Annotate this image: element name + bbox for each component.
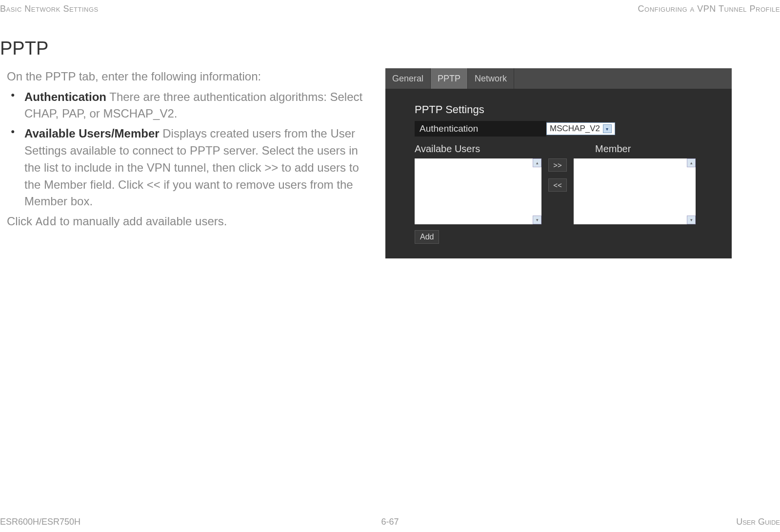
auth-row: Authentication MSCHAP_V2 ▾ [415, 121, 717, 137]
tab-network[interactable]: Network [468, 68, 514, 89]
footer-guide-label: User Guide [736, 517, 780, 527]
scroll-up-icon[interactable]: ▴ [687, 158, 696, 167]
closing-pre: Click [7, 215, 36, 228]
scroll-up-icon[interactable]: ▴ [533, 158, 541, 167]
scroll-down-icon[interactable]: ▾ [687, 216, 696, 224]
scroll-down-icon[interactable]: ▾ [533, 216, 541, 224]
available-users-listbox[interactable]: ▴ ▾ [415, 158, 541, 224]
closing-post: to manually add available users. [57, 215, 227, 228]
settings-body: PPTP Settings Authentication MSCHAP_V2 ▾… [385, 89, 732, 249]
content-wrapper: On the PPTP tab, enter the following inf… [0, 68, 780, 258]
footer-page-number: 6-67 [381, 517, 399, 527]
add-button[interactable]: Add [415, 230, 439, 244]
list-item: Authentication There are three authentic… [24, 89, 371, 123]
move-left-button[interactable]: << [548, 178, 567, 192]
term-available-users: Available Users/Member [24, 127, 160, 140]
intro-text: On the PPTP tab, enter the following inf… [7, 68, 371, 85]
screenshot-panel: General PPTP Network PPTP Settings Authe… [385, 68, 732, 258]
available-users-label: Availabe Users [415, 143, 566, 155]
text-column: On the PPTP tab, enter the following inf… [0, 68, 380, 258]
move-right-button[interactable]: >> [548, 158, 567, 172]
tab-pptp[interactable]: PPTP [431, 68, 468, 89]
closing-code: Add [36, 216, 57, 229]
auth-select[interactable]: MSCHAP_V2 ▾ [546, 122, 615, 135]
member-label: Member [595, 143, 631, 155]
chevron-down-icon: ▾ [603, 124, 612, 133]
header-breadcrumb-right: Configuring a VPN Tunnel Profile [638, 4, 780, 14]
transfer-buttons: >> << [541, 158, 574, 192]
member-listbox[interactable]: ▴ ▾ [574, 158, 696, 224]
closing-text: Click Add to manually add available user… [7, 213, 371, 231]
tabs-row: General PPTP Network [385, 68, 732, 89]
auth-select-value: MSCHAP_V2 [550, 124, 600, 134]
settings-title: PPTP Settings [415, 103, 717, 116]
term-authentication: Authentication [24, 90, 106, 103]
bullet-list: Authentication There are three authentic… [24, 89, 371, 211]
auth-label: Authentication [415, 121, 546, 137]
columns-header: Availabe Users Member [415, 143, 717, 155]
lists-row: ▴ ▾ >> << ▴ ▾ [415, 158, 717, 224]
footer-model: ESR600H/ESR750H [0, 517, 80, 527]
list-item: Available Users/Member Displays created … [24, 125, 371, 210]
header-breadcrumb-left: Basic Network Settings [0, 4, 99, 14]
page-title: PPTP [0, 38, 48, 59]
screenshot-column: General PPTP Network PPTP Settings Authe… [380, 68, 780, 258]
tab-general[interactable]: General [385, 68, 431, 89]
